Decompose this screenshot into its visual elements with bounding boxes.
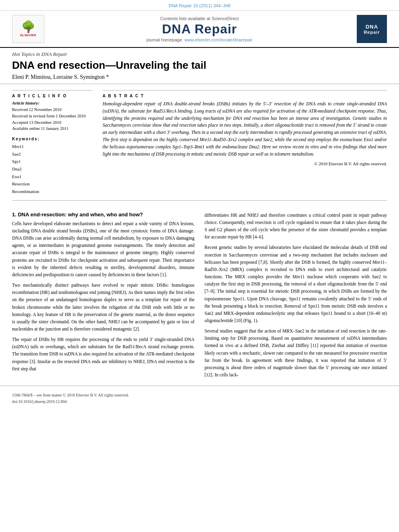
contents-text: Contents lists available at ScienceDirec…	[160, 16, 239, 21]
body-right-paragraph-1-text: differentiates HR and NHEJ and therefore…	[205, 213, 387, 239]
abstract-section: A B S T R A C T Homology-dependent repai…	[103, 90, 387, 166]
keywords-header: Keywords:	[12, 137, 93, 141]
journal-header: 🌳 ELSEVIER Contents lists available at S…	[0, 11, 399, 48]
dna-repair-logo-area: DNA Repair	[351, 15, 387, 43]
body-column-right: differentiates HR and NHEJ and therefore…	[205, 212, 387, 382]
top-bar: DNA Repair 10 (2011) 344–348	[0, 0, 399, 11]
section-label-text: Hot Topics in DNA Repair	[12, 51, 67, 57]
received-date: Received 12 November 2010	[12, 107, 93, 113]
section-label: Hot Topics in DNA Repair	[0, 48, 399, 58]
journal-reference: DNA Repair 10 (2011) 344–348	[169, 3, 230, 8]
elsevier-label: ELSEVIER	[20, 33, 36, 37]
body-paragraph-2: Two mechanistically distinct pathways ha…	[12, 281, 195, 333]
article-info-section: A R T I C L E I N F O Article history: R…	[12, 90, 93, 132]
article-info-abstract-section: A R T I C L E I N F O Article history: R…	[0, 84, 399, 195]
elsevier-logo: 🌳 ELSEVIER	[12, 15, 44, 43]
copyright-text: © 2010 Elsevier B.V. All rights reserved…	[103, 161, 387, 166]
body-paragraph-1: Cells have developed elaborate mechanism…	[12, 220, 195, 278]
body-paragraph-3: The repair of DSBs by HR requires the pr…	[12, 336, 195, 372]
keyword-resection: Resection	[12, 180, 93, 188]
article-footer: 1568-7864/$ – see front matter © 2010 El…	[0, 386, 399, 409]
body-right-paragraph-3-text: Several studies suggest that the action …	[205, 329, 387, 377]
journal-center-info: Contents lists available at ScienceDirec…	[48, 16, 351, 42]
main-body: 1. DNA end-resection: why and when, who …	[0, 205, 399, 382]
abstract-text: Homology-dependent repair of DNA double-…	[103, 101, 387, 158]
article-title-area: DNA end resection—Unraveling the tail El…	[0, 58, 399, 84]
body-paragraph-3-text: The repair of DSBs by HR requires the pr…	[12, 337, 195, 371]
received-revised-date: Received in revised form 1 December 2010	[12, 113, 93, 119]
available-date: Available online 11 January 2011	[12, 125, 93, 132]
body-paragraph-1-text: Cells have developed elaborate mechanism…	[12, 221, 195, 277]
keyword-sae2: Sae2	[12, 150, 93, 158]
keyword-sgs1: Sgs1	[12, 158, 93, 165]
homepage-label: journal homepage:	[146, 37, 183, 42]
article-authors: Eleni P. Mimitou, Lorraine S. Symington …	[12, 74, 387, 80]
body-paragraph-2-text: Two mechanistically distinct pathways ha…	[12, 283, 195, 331]
dna-logo-line1: DNA	[366, 24, 378, 30]
keywords-section: Keywords: Mre11 Sae2 Sgs1 Dna2 Exo1 Rese…	[12, 137, 93, 195]
accepted-date: Accepted 13 December 2010	[12, 119, 93, 126]
keyword-dna2: Dna2	[12, 165, 93, 173]
body-right-paragraph-3: Several studies suggest that the action …	[205, 327, 387, 378]
body-right-paragraph-2: Recent genetic studies by several labora…	[205, 244, 387, 324]
keyword-recombination: Recombination	[12, 188, 93, 195]
dna-repair-logo: DNA Repair	[357, 15, 387, 43]
keyword-exo1: Exo1	[12, 173, 93, 181]
homepage-url[interactable]: www.elsevier.com/locate/dnarepair	[184, 37, 252, 42]
journal-title: DNA Repair	[48, 22, 351, 37]
abstract-header: A B S T R A C T	[103, 94, 387, 98]
section-divider	[12, 200, 387, 201]
article-info-header: A R T I C L E I N F O	[12, 94, 93, 98]
keyword-mre11: Mre11	[12, 143, 93, 150]
footer-issn: 1568-7864/$ – see front matter © 2010 El…	[12, 392, 387, 398]
article-history-label: Article history:	[12, 101, 93, 105]
contents-available-line: Contents lists available at ScienceDirec…	[48, 16, 351, 21]
homepage-line: journal homepage: www.elsevier.com/locat…	[48, 37, 351, 42]
article-main-title: DNA end resection—Unraveling the tail	[12, 59, 387, 72]
tree-icon: 🌳	[21, 21, 35, 33]
elsevier-logo-area: 🌳 ELSEVIER	[12, 15, 48, 43]
footer-doi: doi:10.1016/j.dnarep.2010.12.004	[12, 398, 387, 405]
section1-title: 1. DNA end-resection: why and when, who …	[12, 212, 195, 218]
abstract-column: A B S T R A C T Homology-dependent repai…	[103, 90, 387, 195]
authors-text: Eleni P. Mimitou, Lorraine S. Symington …	[12, 74, 109, 80]
body-right-paragraph-1: differentiates HR and NHEJ and therefore…	[205, 212, 387, 241]
body-right-paragraph-2-text: Recent genetic studies by several labora…	[205, 245, 387, 323]
article-info-column: A R T I C L E I N F O Article history: R…	[12, 90, 93, 195]
dna-logo-line2: Repair	[364, 30, 380, 35]
body-column-left: 1. DNA end-resection: why and when, who …	[12, 212, 195, 382]
